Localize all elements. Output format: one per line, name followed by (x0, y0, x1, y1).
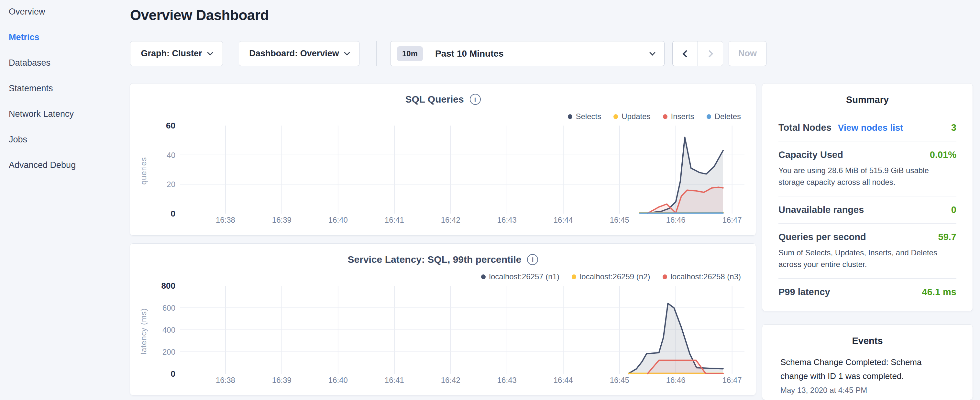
summary-row-description: You are using 28.6 MiB of 515.9 GiB usab… (778, 165, 956, 188)
svg-text:16:39: 16:39 (272, 376, 291, 384)
dashboard-dropdown[interactable]: Dashboard: Overview (239, 41, 360, 66)
time-range-label: Past 10 Minutes (435, 49, 504, 59)
chevron-down-icon (344, 49, 350, 55)
chart-title: SQL Queries (405, 94, 464, 105)
svg-text:16:45: 16:45 (610, 215, 629, 224)
sidebar-nav: Overview Metrics Databases Statements Ne… (9, 7, 76, 170)
summary-row-label: P99 latency (778, 287, 830, 297)
svg-text:16:42: 16:42 (441, 376, 460, 384)
time-range-badge: 10m (397, 46, 423, 61)
chevron-left-icon (682, 50, 690, 57)
sidebar-item-statements[interactable]: Statements (9, 84, 76, 93)
page-title: Overview Dashboard (130, 7, 269, 23)
summary-row-label: Capacity Used (778, 150, 843, 160)
summary-row-value: 59.7 (938, 232, 956, 242)
svg-text:16:43: 16:43 (497, 376, 517, 384)
legend-item: Updates (613, 112, 650, 121)
svg-text:200: 200 (162, 347, 175, 356)
chart-legend: SelectsUpdatesInsertsDeletes (568, 112, 741, 121)
legend-dot-icon (481, 274, 486, 279)
svg-text:16:40: 16:40 (328, 215, 348, 224)
summary-row-queries-per-second: Queries per second 59.7 Sum of Selects, … (778, 224, 956, 279)
now-button-label: Now (738, 49, 757, 59)
summary-row-p99-latency: P99 latency 46.1 ms (778, 279, 956, 306)
chevron-right-icon (706, 50, 713, 57)
events-panel: Events Schema Change Completed: Schema c… (762, 324, 973, 400)
sidebar-item-network-latency[interactable]: Network Latency (9, 109, 76, 118)
dashboard-label: Dashboard: Overview (249, 49, 339, 59)
summary-row-label: Queries per second (778, 232, 866, 242)
svg-text:60: 60 (166, 122, 175, 131)
summary-title: Summary (778, 94, 956, 105)
event-item[interactable]: Schema Change Completed: Schema change w… (780, 355, 955, 395)
sql-queries-chart-card: SQL Queries SelectsUpdatesInsertsDeletes… (130, 83, 756, 236)
legend-dot-icon (663, 274, 667, 279)
svg-text:16:41: 16:41 (385, 215, 404, 224)
toolbar-divider (376, 41, 377, 66)
summary-row-unavailable-ranges: Unavailable ranges 0 (778, 196, 956, 224)
graph-scope-label: Graph: Cluster (141, 49, 202, 59)
time-forward-button[interactable] (698, 41, 723, 66)
legend-item: Deletes (706, 112, 741, 121)
legend-dot-icon (706, 114, 711, 119)
svg-text:16:44: 16:44 (554, 215, 573, 224)
svg-text:16:38: 16:38 (216, 215, 235, 224)
summary-row-value: 3 (951, 122, 956, 133)
legend-item: localhost:26258 (n3) (663, 272, 741, 281)
sidebar-item-advanced-debug[interactable]: Advanced Debug (9, 161, 76, 170)
svg-text:16:47: 16:47 (722, 376, 742, 384)
legend-dot-icon (572, 274, 576, 279)
svg-text:20: 20 (167, 180, 175, 189)
service-latency-plot: 16:3816:3916:4016:4116:4216:4316:4416:45… (130, 282, 756, 389)
chevron-down-icon (207, 49, 213, 55)
svg-text:16:39: 16:39 (272, 215, 291, 224)
legend-item: localhost:26259 (n2) (572, 272, 650, 281)
sidebar-item-jobs[interactable]: Jobs (9, 135, 76, 144)
legend-item: localhost:26257 (n1) (481, 272, 559, 281)
graph-scope-dropdown[interactable]: Graph: Cluster (130, 41, 223, 66)
svg-text:16:45: 16:45 (610, 376, 629, 384)
events-title: Events (780, 336, 955, 346)
summary-row-label: Total Nodes (778, 122, 832, 133)
chart-header: SQL Queries (130, 94, 756, 105)
event-text: Schema Change Completed: Schema change w… (780, 355, 932, 383)
info-icon[interactable] (470, 94, 481, 105)
summary-row-capacity-used: Capacity Used 0.01% You are using 28.6 M… (778, 142, 956, 196)
svg-text:16:43: 16:43 (497, 215, 517, 224)
time-range-dropdown[interactable]: 10m Past 10 Minutes (390, 41, 665, 66)
time-back-button[interactable] (673, 41, 698, 66)
svg-text:16:42: 16:42 (441, 215, 460, 224)
svg-text:800: 800 (161, 282, 175, 291)
legend-dot-icon (613, 114, 618, 119)
legend-item: Inserts (663, 112, 694, 121)
svg-text:0: 0 (171, 209, 175, 218)
svg-text:16:38: 16:38 (216, 376, 235, 384)
service-latency-chart-card: Service Latency: SQL, 99th percentile lo… (130, 243, 756, 395)
svg-text:16:40: 16:40 (328, 376, 348, 384)
summary-panel: Summary Total Nodes View nodes list 3 Ca… (762, 83, 973, 311)
sidebar-item-metrics[interactable]: Metrics (9, 33, 76, 42)
info-icon[interactable] (527, 254, 538, 265)
event-timestamp: May 13, 2020 at 4:45 PM (780, 386, 955, 395)
sidebar-item-databases[interactable]: Databases (9, 58, 76, 67)
time-range-pager (672, 41, 723, 66)
legend-dot-icon (568, 114, 572, 119)
svg-text:16:46: 16:46 (666, 215, 686, 224)
db-console-page: Overview Metrics Databases Statements Ne… (0, 0, 980, 400)
svg-text:600: 600 (162, 304, 175, 312)
view-nodes-list-link[interactable]: View nodes list (838, 123, 903, 133)
sql-queries-plot: 16:3816:3916:4016:4116:4216:4316:4416:45… (130, 122, 756, 229)
svg-text:16:46: 16:46 (666, 376, 686, 384)
sidebar-item-overview[interactable]: Overview (9, 7, 76, 16)
svg-text:40: 40 (167, 151, 175, 159)
now-button[interactable]: Now (729, 41, 767, 66)
svg-text:16:47: 16:47 (722, 215, 742, 224)
chart-title: Service Latency: SQL, 99th percentile (348, 254, 522, 265)
chart-header: Service Latency: SQL, 99th percentile (130, 254, 756, 265)
summary-row-value: 0 (951, 204, 956, 215)
svg-text:16:41: 16:41 (385, 376, 404, 384)
legend-dot-icon (663, 114, 667, 119)
svg-text:16:44: 16:44 (554, 376, 573, 384)
summary-row-description: Sum of Selects, Updates, Inserts, and De… (778, 247, 956, 270)
svg-text:400: 400 (162, 325, 175, 334)
